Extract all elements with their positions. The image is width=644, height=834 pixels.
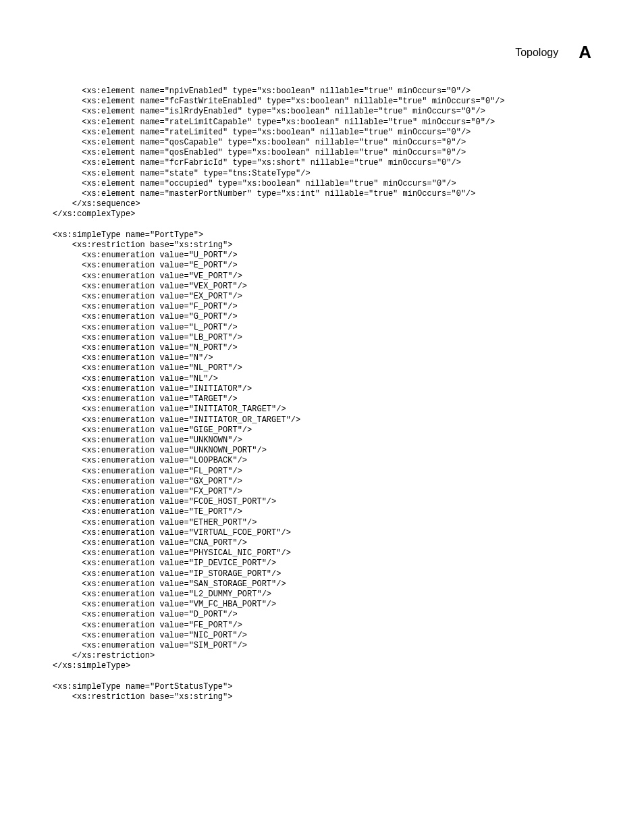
xml-code-block: <xs:element name="npivEnabled" type="xs:… [53, 86, 591, 702]
header-section-letter: A [579, 42, 591, 63]
page-header: Topology A [515, 42, 591, 63]
header-title: Topology [515, 47, 558, 59]
